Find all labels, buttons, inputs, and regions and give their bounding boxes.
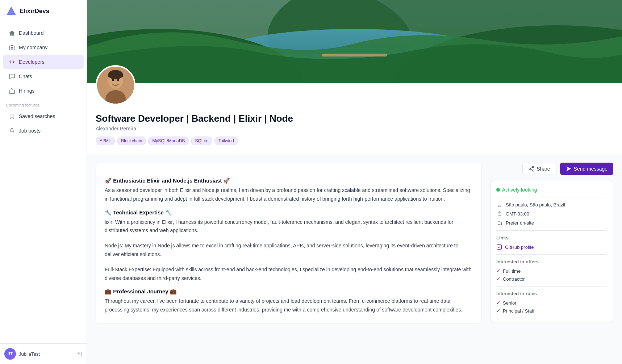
info-divider-3: [496, 254, 607, 255]
content-layout: 🚀 Enthusiastic Elixir and Node.js Enthus…: [87, 154, 622, 332]
send-message-button[interactable]: Send message: [560, 163, 613, 175]
svg-rect-3: [11, 47, 12, 48]
code-icon: [9, 59, 15, 65]
sidebar-item-chats[interactable]: Chats: [3, 70, 84, 83]
svg-point-25: [533, 170, 534, 171]
rocket-icon: [9, 127, 15, 134]
message-icon: [566, 166, 572, 172]
bookmark-icon: [9, 113, 15, 120]
svg-rect-6: [12, 49, 13, 50]
roles-section-title: Interested in roles: [496, 291, 607, 296]
sidebar-label-developers: Developers: [19, 59, 45, 65]
cover-svg: [87, 0, 622, 83]
profile-avatar: [96, 65, 135, 105]
sidebar-item-saved-searches[interactable]: Saved searches: [3, 109, 84, 123]
info-divider-4: [496, 286, 607, 286]
avatar-image: [97, 67, 134, 104]
check-icon-fulltime: ✓: [496, 268, 501, 274]
role-principal: ✓ Principal / Staff: [496, 308, 607, 314]
sidebar-user-section: JT JubilaTest: [0, 343, 87, 364]
timezone-text: GMT-03:00: [506, 211, 529, 217]
chat-icon: [9, 73, 15, 80]
profile-section: Software Developer | Backend | Elixir | …: [87, 83, 622, 154]
building-icon: [9, 44, 15, 51]
bio-fullstack: Full-Stack Expertise: Equipped with skil…: [105, 265, 472, 283]
info-divider-1: [496, 197, 607, 197]
sidebar-item-dashboard[interactable]: Dashboard: [3, 26, 84, 40]
sidebar-item-my-company[interactable]: My company: [3, 41, 84, 54]
user-info: JT JubilaTest: [4, 348, 40, 360]
user-name: JubilaTest: [19, 351, 40, 357]
profile-name: Alexander Pereira: [96, 126, 613, 131]
bio-headline: 🚀 Enthusiastic Elixir and Node.js Enthus…: [105, 177, 472, 184]
status-label: Actively looking: [502, 187, 537, 193]
bio-elixir: lixir: With a proficiency in Elixir, I h…: [105, 218, 472, 235]
app-logo: ElixirDevs: [0, 0, 87, 22]
svg-rect-5: [11, 49, 12, 50]
timezone-row: ⏱ GMT-03:00: [496, 211, 607, 217]
sidebar-item-job-posts[interactable]: Job posts: [3, 124, 84, 138]
send-message-label: Send message: [574, 166, 608, 172]
svg-rect-20: [108, 75, 123, 77]
sidebar-item-developers[interactable]: Developers: [3, 55, 84, 69]
bio-journey: Throughout my career, I've been fortunat…: [105, 297, 472, 314]
offer-fulltime: ✓ Full time: [496, 268, 607, 274]
sidebar-item-hirings[interactable]: Hirings: [3, 84, 84, 98]
offer-contractor-label: Contractor: [503, 276, 525, 282]
cover-image: [87, 0, 622, 83]
svg-point-21: [112, 79, 114, 81]
office-icon: 🗂: [496, 220, 503, 226]
svg-point-22: [117, 79, 120, 81]
app-name: ElixirDevs: [20, 8, 49, 15]
right-panel: Share Send message Actively looking: [490, 163, 613, 322]
tag-aiml: AI/ML: [96, 137, 115, 145]
sidebar-label-dashboard: Dashboard: [19, 30, 44, 36]
sidebar-label-job-posts: Job posts: [19, 128, 41, 134]
work-pref-text: Prefer on-site: [506, 220, 534, 226]
bio-journey-title: 💼 Professional Journey 💼: [105, 288, 472, 295]
side-column: Share Send message Actively looking: [490, 163, 613, 323]
tag-tailwind: Tailwind: [214, 137, 238, 145]
share-label: Share: [537, 166, 550, 172]
offer-fulltime-label: Full time: [503, 268, 521, 274]
avatar-svg: [97, 67, 134, 104]
user-avatar: JT: [4, 348, 16, 360]
actions-row: Share Send message: [490, 163, 613, 175]
work-pref-row: 🗂 Prefer on-site: [496, 220, 607, 226]
svg-rect-15: [322, 54, 387, 57]
github-link[interactable]: GitHub profile: [496, 244, 607, 250]
briefcase-icon: [9, 88, 15, 94]
location-row: ⌂ São paulo, São paulo, Brazil: [496, 202, 607, 208]
github-label: GitHub profile: [505, 244, 534, 250]
tag-mysql: MySQL/MariaDB: [148, 137, 189, 145]
offers-section-title: Interested in offers: [496, 259, 607, 264]
sidebar-nav: Dashboard My company Developers Chats Hi…: [0, 22, 87, 343]
info-card: Actively looking ⌂ São paulo, São paulo,…: [490, 181, 613, 322]
offer-contractor: ✓ Contractor: [496, 276, 607, 282]
info-divider-2: [496, 230, 607, 231]
upcoming-features-label: Upcoming features: [0, 99, 87, 109]
svg-marker-26: [566, 167, 571, 171]
logout-icon[interactable]: [76, 351, 82, 357]
bio-technical-title: 🔧 Technical Expertise 🔧: [105, 209, 472, 216]
share-icon: [529, 166, 534, 172]
role-senior-label: Senior: [503, 300, 517, 306]
bio-intro: As a seasoned developer in both Elixir a…: [105, 186, 472, 204]
share-button[interactable]: Share: [522, 163, 556, 175]
sidebar-label-my-company: My company: [19, 45, 47, 50]
sidebar-label-chats: Chats: [19, 74, 32, 79]
main-content: Software Developer | Backend | Elixir | …: [87, 0, 622, 364]
profile-title: Software Developer | Backend | Elixir | …: [96, 113, 613, 124]
role-principal-label: Principal / Staff: [503, 308, 534, 314]
clock-icon: ⏱: [496, 211, 503, 217]
check-icon-contractor: ✓: [496, 276, 501, 282]
check-icon-principal: ✓: [496, 308, 501, 314]
sidebar-label-saved-searches: Saved searches: [19, 113, 55, 119]
github-icon: [496, 244, 502, 250]
location-icon: ⌂: [496, 202, 503, 208]
status-dot: [496, 188, 500, 192]
tag-sqlite: SQLite: [191, 137, 212, 145]
bio-card: 🚀 Enthusiastic Elixir and Node.js Enthus…: [96, 163, 481, 323]
role-senior: ✓ Senior: [496, 300, 607, 306]
bio-nodejs: Node.js: My mastery in Node.js allows me…: [105, 242, 472, 259]
